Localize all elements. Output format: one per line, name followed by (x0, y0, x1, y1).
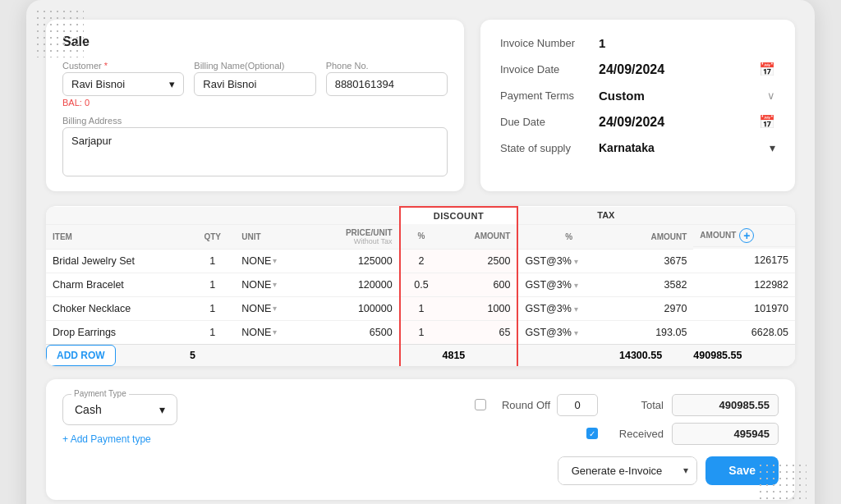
cell-discount-pct: 2 (400, 249, 443, 273)
cell-discount-amount: 65 (443, 320, 518, 344)
received-input[interactable] (672, 423, 779, 445)
round-off-checkbox[interactable] (475, 399, 486, 410)
sub-header-row: ITEM QTY UNIT PRICE/UNIT Without Tax % A… (46, 224, 795, 249)
received-checkbox[interactable]: ✓ (586, 428, 598, 439)
round-off-input[interactable] (557, 394, 598, 416)
chevron-down-icon[interactable]: ∨ (767, 89, 775, 102)
generate-invoice-button[interactable]: Generate e-Invoice ▾ (558, 456, 698, 485)
qty-total-cell: 5 (190, 344, 235, 366)
cell-qty: 1 (190, 296, 235, 320)
phone-label: Phone No. (326, 61, 448, 71)
top-row: Sale Customer * Ravi Bisnoi ▾ BAL: 0 (46, 20, 795, 191)
th-amount: AMOUNT + (693, 225, 795, 247)
th-amount-group (693, 207, 795, 224)
billing-name-field-group: Billing Name(Optional) (194, 61, 315, 108)
billing-address-label: Billing Address (62, 116, 448, 126)
sale-top-fields: Customer * Ravi Bisnoi ▾ BAL: 0 Billing … (62, 61, 448, 108)
totals-section: Round Off Total ✓ Received (370, 394, 779, 445)
cell-discount-pct: 1 (400, 320, 443, 344)
due-date-row: Due Date 24/09/2024 📅 (500, 114, 775, 130)
cell-unit: NONE ▾ (235, 296, 308, 320)
th-discount-group: DISCOUNT (400, 207, 518, 224)
add-payment-button[interactable]: + Add Payment type (62, 433, 354, 445)
calendar-icon-due[interactable]: 📅 (759, 114, 775, 130)
invoice-date-row: Invoice Date 24/09/2024 📅 (500, 62, 775, 77)
cell-discount-pct: 1 (400, 296, 443, 320)
cell-unit: NONE ▾ (235, 320, 308, 344)
state-supply-label: State of supply (500, 142, 599, 154)
cell-qty: 1 (190, 273, 235, 296)
add-column-icon[interactable]: + (739, 228, 754, 243)
sale-title: Sale (62, 34, 448, 49)
cell-item: Charm Bracelet (46, 273, 190, 296)
payment-type-group: Payment Type Cash ▾ (62, 394, 177, 425)
invoice-number-row: Invoice Number 1 (500, 36, 775, 50)
round-off-group: Round Off (475, 394, 598, 416)
th-item: ITEM (46, 224, 190, 249)
total-input[interactable] (672, 394, 779, 416)
th-tax-group: TAX (517, 207, 693, 224)
billing-address-box[interactable]: Sarjapur (62, 127, 448, 176)
cell-discount-amount: 1000 (443, 296, 518, 320)
payment-type-label: Payment Type (71, 389, 129, 398)
arrow-down-icon[interactable]: ▾ (770, 141, 775, 154)
cell-tax-amount: 193.05 (619, 320, 693, 344)
cell-qty: 1 (190, 320, 235, 344)
bottom-section-card: Payment Type Cash ▾ + Add Payment type R… (46, 379, 795, 500)
billing-name-input[interactable] (194, 72, 315, 96)
due-date-label: Due Date (500, 116, 599, 128)
totals-row: ADD ROW 5 4815 14300.55 490985.55 (46, 344, 795, 366)
received-row-item: ✓ Received (370, 423, 779, 445)
cell-discount-amount: 600 (443, 273, 518, 296)
th-discount-amount: AMOUNT (443, 224, 518, 249)
amount-total-cell: 490985.55 (693, 344, 795, 366)
cell-item: Choker Necklace (46, 296, 190, 320)
invoice-card: Invoice Number 1 Invoice Date 24/09/2024… (480, 20, 795, 191)
th-price-group (308, 207, 399, 224)
state-supply-row: State of supply Karnataka ▾ (500, 141, 775, 154)
payment-terms-value: Custom (599, 89, 762, 103)
cell-unit: NONE ▾ (235, 273, 308, 296)
cell-tax-type: GST@3% ▾ (517, 296, 619, 320)
cell-amount: 6628.05 (693, 320, 795, 344)
table-row: Bridal Jewelry Set 1 NONE ▾ 125000 2 250… (46, 249, 795, 273)
cell-discount-amount: 2500 (443, 249, 518, 273)
cell-tax-amount: 3582 (619, 273, 693, 296)
customer-label: Customer * (62, 61, 184, 71)
cell-price: 120000 (308, 273, 399, 296)
generate-invoice-arrow[interactable]: ▾ (675, 457, 696, 483)
dots-decoration-br (757, 462, 807, 505)
due-date-value: 24/09/2024 (599, 115, 754, 130)
th-tax-amount: AMOUNT (619, 224, 693, 249)
cell-unit: NONE ▾ (235, 249, 308, 273)
items-table-section: DISCOUNT TAX ITEM QTY UNIT PRICE/UNIT Wi… (46, 206, 795, 366)
discount-total-cell: 4815 (443, 344, 518, 366)
phone-input[interactable] (326, 72, 448, 96)
payment-terms-label: Payment Terms (500, 89, 599, 102)
payment-type-select[interactable]: Cash ▾ (75, 403, 165, 416)
main-card: Sale Customer * Ravi Bisnoi ▾ BAL: 0 (26, 0, 815, 504)
empty-tax-pct-total (517, 344, 619, 366)
state-supply-value: Karnataka (599, 141, 765, 154)
total-label: Total (606, 399, 664, 411)
billing-name-label: Billing Name(Optional) (194, 61, 315, 71)
total-row-item: Round Off Total (370, 394, 779, 416)
received-label: Received (606, 428, 664, 440)
table-row: Choker Necklace 1 NONE ▾ 100000 1 1000 G… (46, 296, 795, 320)
payment-type-value: Cash (75, 403, 102, 416)
calendar-icon[interactable]: 📅 (759, 62, 775, 77)
empty-total-cell (235, 344, 399, 366)
customer-select[interactable]: Ravi Bisnoi ▾ (62, 72, 184, 96)
cell-amount: 101970 (693, 296, 795, 320)
bottom-section: Payment Type Cash ▾ + Add Payment type R… (62, 394, 779, 445)
group-header-row: DISCOUNT TAX (46, 207, 795, 224)
chevron-down-icon: ▾ (169, 78, 175, 90)
add-row-button[interactable]: ADD ROW (46, 345, 116, 366)
dots-decoration-tl (34, 8, 84, 57)
cell-price: 100000 (308, 296, 399, 320)
cell-tax-type: GST@3% ▾ (517, 249, 619, 273)
generate-invoice-main[interactable]: Generate e-Invoice (558, 457, 676, 484)
th-item-group (46, 207, 308, 224)
sale-card: Sale Customer * Ravi Bisnoi ▾ BAL: 0 (46, 20, 464, 191)
th-tax-pct: % (517, 224, 619, 249)
